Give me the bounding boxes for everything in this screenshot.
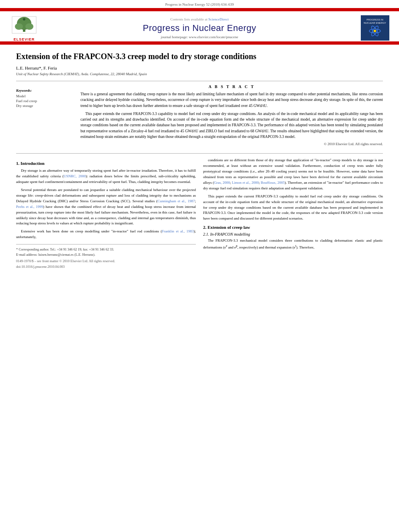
keywords-box: Keywords: Model Fuel rod creep Dry stora…: [16, 88, 72, 108]
svg-point-4: [15, 23, 23, 30]
abstract-header: A B S T R A C T: [80, 84, 383, 89]
footnotes-section: * Corresponding author. Tel.: +34 91 346…: [16, 244, 196, 269]
svg-point-6: [23, 18, 25, 21]
abstract-text: There is a general agreement that claddi…: [80, 91, 383, 140]
authors: L.E. Herranz*, F. Feria: [16, 66, 383, 70]
intro-right-para-1: conditions are so different from those o…: [203, 158, 383, 191]
keywords-column: Keywords: Model Fuel rod creep Dry stora…: [16, 84, 72, 150]
footnote-corresponding: * Corresponding author. Tel.: +34 91 346…: [16, 247, 196, 252]
abstract-column: A B S T R A C T There is a general agree…: [80, 84, 383, 150]
keyword-1: Model: [16, 94, 72, 98]
keyword-3: Dry storage: [16, 104, 72, 108]
section-21-title: 2.1. In-FRAPCON modelling: [203, 232, 383, 236]
journal-citation: Progress in Nuclear Energy 52 (2010) 634…: [0, 0, 399, 8]
doi-line: doi:10.1016/j.pnucene.2010.04.003: [16, 265, 196, 269]
elsevier-brand-text: ELSEVIER: [14, 37, 35, 41]
body-left-column: 1. Introduction Dry storage is an altern…: [16, 158, 196, 269]
footnote-email: E-mail address: luisen.herranz@ciemat.es…: [16, 252, 196, 257]
section-2-title: 2. Extension of creep law: [203, 225, 383, 230]
journal-header: ELSEVIER Contents lists available at Sci…: [0, 10, 399, 42]
section-21-para-1: The FRAPCON-3.3 mechanical model conside…: [203, 238, 383, 251]
body-content: 1. Introduction Dry storage is an altern…: [16, 158, 383, 269]
journal-logo: PROGRESS IN NUCLEAR ENERGY: [359, 15, 391, 41]
issn-line: 0149-1970/$ – see front matter © 2010 El…: [16, 259, 196, 263]
intro-para-3: Extensive work has been done on creep mo…: [16, 229, 196, 240]
journal-logo-icon: PROGRESS IN NUCLEAR ENERGY: [362, 16, 388, 39]
abstract-para-1: There is a general agreement that claddi…: [80, 91, 383, 109]
affiliation: Unit of Nuclear Safety Research (CIEMAT)…: [16, 72, 383, 76]
svg-point-5: [25, 23, 33, 30]
svg-text:NUCLEAR ENERGY: NUCLEAR ENERGY: [364, 22, 386, 24]
keywords-label: Keywords:: [16, 88, 72, 92]
intro-body: Dry storage is an alternative way of tem…: [16, 168, 196, 240]
svg-point-10: [374, 30, 376, 32]
article-title: Extension of the FRAPCON-3.3 creep model…: [16, 51, 383, 62]
svg-text:PROGRESS IN: PROGRESS IN: [366, 18, 383, 21]
elsevier-logo: ELSEVIER: [8, 14, 40, 41]
section-21-body: The FRAPCON-3.3 mechanical model conside…: [203, 238, 383, 251]
title-divider: [16, 81, 383, 81]
intro-para-2: Several potential threats are postulated…: [16, 187, 196, 227]
section-1-title: 1. Introduction: [16, 161, 196, 166]
intro-para-1: Dry storage is an alternative way of tem…: [16, 168, 196, 185]
citation-text: Progress in Nuclear Energy 52 (2010) 634…: [165, 2, 234, 6]
body-divider: [16, 153, 383, 154]
abstract-para-2: This paper extends the current FRAPCON-3…: [80, 111, 383, 140]
intro-right-body: conditions are so different from those o…: [203, 158, 383, 222]
journal-center-header: Contents lists available at ScienceDirec…: [40, 16, 359, 41]
keyword-2: Fuel rod creep: [16, 99, 72, 103]
journal-url: journal homepage: www.elsevier.com/locat…: [44, 35, 355, 39]
page: Progress in Nuclear Energy 52 (2010) 634…: [0, 0, 399, 532]
elsevier-tree-icon: [10, 14, 38, 37]
journal-title: Progress in Nuclear Energy: [44, 23, 355, 33]
intro-right-para-2: This paper extends the current FRAPCON-3…: [203, 194, 383, 222]
body-right-column: conditions are so different from those o…: [203, 158, 383, 269]
abstract-section: Keywords: Model Fuel rod creep Dry stora…: [16, 84, 383, 150]
main-content: Extension of the FRAPCON-3.3 creep model…: [0, 45, 399, 273]
copyright-text: © 2010 Elsevier Ltd. All rights reserved…: [80, 142, 383, 146]
sciencedirect-line: Contents lists available at ScienceDirec…: [44, 17, 355, 21]
abstract-block: A B S T R A C T There is a general agree…: [80, 84, 383, 146]
